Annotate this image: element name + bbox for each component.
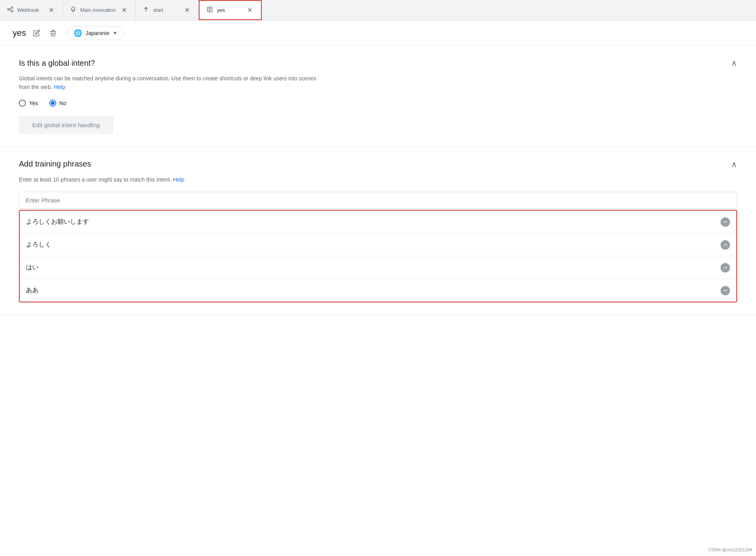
radio-no-circle <box>49 100 56 107</box>
phrase-row: よろしく − <box>20 234 736 256</box>
collapse-up-icon: ∧ <box>731 59 737 67</box>
radio-yes[interactable]: Yes <box>19 100 38 107</box>
tab-start-close[interactable]: ✕ <box>183 6 191 15</box>
phrase-text-2: よろしく <box>20 234 714 256</box>
phrase-input-wrapper <box>19 192 737 209</box>
phrase-row: よろしくお願いします − <box>20 211 736 234</box>
minus-circle-icon-1: − <box>721 217 730 227</box>
global-intent-header: Is this a global intent? ∧ <box>19 58 737 68</box>
phrase-text-4: ああ <box>20 279 714 302</box>
global-intent-desc: Global intents can be matched anytime du… <box>19 74 318 92</box>
tab-webhook-close[interactable]: ✕ <box>47 6 55 15</box>
minus-circle-icon-4: − <box>721 286 730 295</box>
tab-main-invocation[interactable]: Main invocation ✕ <box>63 0 136 20</box>
svg-point-2 <box>11 10 13 12</box>
phrase-text-3: はい <box>20 256 714 279</box>
svg-line-4 <box>9 9 11 11</box>
tab-yes-label: yes <box>217 7 241 13</box>
tab-webhook[interactable]: Webhook ✕ <box>0 0 63 20</box>
phrase-input[interactable] <box>26 197 730 204</box>
phrase-text-1: よろしくお願いします <box>20 211 714 233</box>
page-header: yes 🌐 Japanese ▼ <box>0 20 756 46</box>
phrase-delete-btn-1[interactable]: − <box>714 213 736 232</box>
tab-yes-close[interactable]: ✕ <box>245 6 254 15</box>
svg-point-0 <box>7 9 9 10</box>
yes-icon <box>207 6 213 14</box>
radio-no[interactable]: No <box>49 100 67 107</box>
language-selector[interactable]: 🌐 Japanese ▼ <box>67 26 124 40</box>
phrase-delete-btn-4[interactable]: − <box>714 281 736 300</box>
radio-no-label: No <box>59 100 67 106</box>
start-icon <box>143 6 149 14</box>
phrase-delete-btn-2[interactable]: − <box>714 235 736 254</box>
page-title: yes <box>13 28 26 38</box>
minus-circle-icon-2: − <box>721 240 730 250</box>
training-phrases-desc: Enter at least 10 phrases a user might s… <box>19 175 318 184</box>
radio-group: Yes No <box>19 100 737 107</box>
training-collapse-up-icon: ∧ <box>731 160 737 169</box>
webhook-icon <box>7 6 13 14</box>
globe-icon: 🌐 <box>74 29 82 37</box>
minus-circle-icon-3: − <box>721 263 730 272</box>
tab-main-invocation-close[interactable]: ✕ <box>120 6 128 15</box>
radio-yes-label: Yes <box>29 100 38 106</box>
radio-yes-circle <box>19 100 26 107</box>
training-phrases-section: Add training phrases ∧ Enter at least 10… <box>0 147 756 315</box>
tab-webhook-label: Webhook <box>17 7 43 13</box>
phrase-row: ああ − <box>20 279 736 302</box>
svg-point-1 <box>11 7 13 8</box>
edit-global-intent-button[interactable]: Edit global intent handling <box>19 116 113 134</box>
training-phrases-header: Add training phrases ∧ <box>19 159 737 169</box>
training-phrases-help-link[interactable]: Help <box>173 176 184 183</box>
tab-start-label: start <box>153 7 179 13</box>
training-phrases-title: Add training phrases <box>19 159 91 169</box>
tab-yes[interactable]: yes ✕ <box>199 0 262 20</box>
language-label: Japanese <box>85 30 109 36</box>
tab-start[interactable]: start ✕ <box>136 0 199 20</box>
edit-title-button[interactable] <box>31 27 43 39</box>
tab-main-invocation-label: Main invocation <box>80 7 116 13</box>
phrases-container: よろしくお願いします − よろしく − はい − ああ <box>19 210 737 302</box>
main-invocation-icon <box>70 6 76 14</box>
phrase-row: はい − <box>20 256 736 279</box>
global-intent-title: Is this a global intent? <box>19 59 95 68</box>
watermark: CSDN @cxz12251234 <box>708 547 752 552</box>
svg-line-3 <box>9 8 11 9</box>
chevron-down-icon: ▼ <box>113 30 117 36</box>
phrase-delete-btn-3[interactable]: − <box>714 258 736 277</box>
tab-bar: Webhook ✕ Main invocation ✕ start ✕ <box>0 0 756 20</box>
phrase-list-divider <box>19 209 737 209</box>
global-intent-collapse-btn[interactable]: ∧ <box>731 58 737 68</box>
global-intent-help-link[interactable]: Help <box>54 84 65 90</box>
main-content: Is this a global intent? ∧ Global intent… <box>0 46 756 556</box>
global-intent-section: Is this a global intent? ∧ Global intent… <box>0 46 756 147</box>
training-phrases-collapse-btn[interactable]: ∧ <box>731 159 737 169</box>
delete-button[interactable] <box>47 27 59 39</box>
